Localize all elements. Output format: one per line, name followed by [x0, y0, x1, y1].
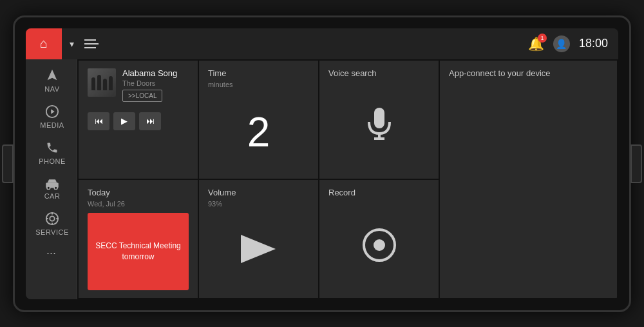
time-value: 2 — [208, 94, 309, 171]
sidebar: NAV MEDIA PHONE — [26, 59, 77, 299]
volume-percent: 93% — [208, 200, 309, 208]
nav-icon — [45, 68, 59, 83]
volume-title: Volume — [208, 188, 309, 197]
service-label: SERVICE — [35, 228, 69, 236]
song-artist: The Doors — [122, 79, 189, 87]
volume-widget[interactable]: Volume 93% — [199, 180, 318, 298]
chevron-down-icon: ▾ — [70, 39, 74, 49]
top-bar-left: ⌂ ▾ — [36, 28, 99, 59]
calendar-date: Wed, Jul 26 — [88, 200, 189, 208]
voice-title: Voice search — [328, 68, 430, 78]
clock-display: 18:00 — [579, 37, 608, 50]
music-controls: ⏮ ▶ ⏭ — [88, 112, 189, 130]
album-art-inner — [88, 68, 116, 97]
device-frame: ⌂ ▾ 🔔 1 👤 18:00 — [13, 15, 631, 312]
record-outer-circle — [363, 228, 396, 262]
home-button[interactable]: ⌂ — [26, 28, 62, 59]
screen: ⌂ ▾ 🔔 1 👤 18:00 — [26, 28, 618, 299]
svg-marker-1 — [51, 109, 55, 114]
calendar-today-label: Today — [88, 188, 189, 197]
nav-label: NAV — [44, 85, 59, 93]
app-connect-widget[interactable]: App-connect to your device — [440, 61, 617, 298]
phone-icon — [46, 141, 59, 155]
time-widget-title: Time — [208, 68, 309, 78]
widget-grid: Alabama Song The Doors >>LOCAL ⏮ ▶ ⏭ Tim… — [77, 59, 618, 299]
music-top: Alabama Song The Doors >>LOCAL — [88, 68, 189, 102]
media-icon — [45, 104, 59, 119]
notification-bell[interactable]: 🔔 1 — [528, 36, 544, 52]
car-label: CAR — [44, 192, 61, 200]
phone-label: PHONE — [39, 157, 66, 165]
sidebar-item-phone[interactable]: PHONE — [26, 134, 77, 170]
calendar-widget[interactable]: Today Wed, Jul 26 SECC Technical Meeting… — [79, 180, 198, 298]
next-button[interactable]: ⏭ — [139, 112, 161, 130]
top-bar-right: 🔔 1 👤 18:00 — [528, 35, 608, 52]
user-icon: 👤 — [556, 39, 567, 49]
record-icon-area — [328, 200, 430, 290]
song-info: Alabama Song The Doors >>LOCAL — [122, 68, 189, 102]
main-content: NAV MEDIA PHONE — [26, 59, 618, 299]
user-avatar[interactable]: 👤 — [553, 35, 570, 52]
sidebar-item-nav[interactable]: NAV — [26, 62, 77, 98]
local-button[interactable]: >>LOCAL — [122, 90, 162, 102]
menu-button[interactable] — [84, 39, 99, 48]
volume-svg — [240, 232, 278, 266]
svg-rect-11 — [374, 108, 384, 128]
svg-point-4 — [54, 186, 57, 189]
band-silhouette — [91, 75, 113, 90]
record-inner-circle — [374, 239, 385, 251]
bracket-left — [2, 144, 14, 183]
volume-icon — [208, 208, 309, 290]
svg-point-5 — [46, 212, 58, 224]
time-widget-subtitle: minutes — [208, 81, 309, 88]
song-title: Alabama Song — [122, 68, 189, 78]
svg-point-3 — [47, 186, 50, 189]
more-button[interactable]: ··· — [46, 246, 56, 260]
notification-badge: 1 — [538, 34, 547, 43]
voice-widget[interactable]: Voice search — [319, 61, 439, 179]
record-title: Record — [328, 188, 430, 197]
app-connect-title: App-connect to your device — [449, 68, 608, 78]
mic-svg — [364, 108, 395, 144]
album-art — [88, 68, 116, 97]
sidebar-item-car[interactable]: CAR — [26, 170, 77, 205]
home-icon: ⌂ — [40, 36, 48, 51]
svg-point-6 — [50, 216, 54, 221]
calendar-event: SECC Technical Meeting tomorrow — [88, 213, 189, 290]
play-button[interactable]: ▶ — [113, 112, 135, 130]
record-widget[interactable]: Record — [319, 180, 439, 298]
top-bar: ⌂ ▾ 🔔 1 👤 18:00 — [26, 28, 618, 59]
sidebar-item-media[interactable]: MEDIA — [26, 98, 77, 134]
bracket-right — [630, 144, 642, 183]
microphone-icon — [328, 81, 430, 171]
sidebar-item-service[interactable]: SERVICE — [26, 205, 77, 241]
time-widget[interactable]: Time minutes 2 — [199, 61, 318, 179]
media-label: MEDIA — [40, 121, 64, 129]
car-icon — [44, 177, 61, 190]
music-widget[interactable]: Alabama Song The Doors >>LOCAL ⏮ ▶ ⏭ — [79, 61, 198, 179]
service-icon — [45, 212, 59, 226]
svg-marker-14 — [241, 235, 276, 263]
prev-button[interactable]: ⏮ — [88, 112, 109, 130]
